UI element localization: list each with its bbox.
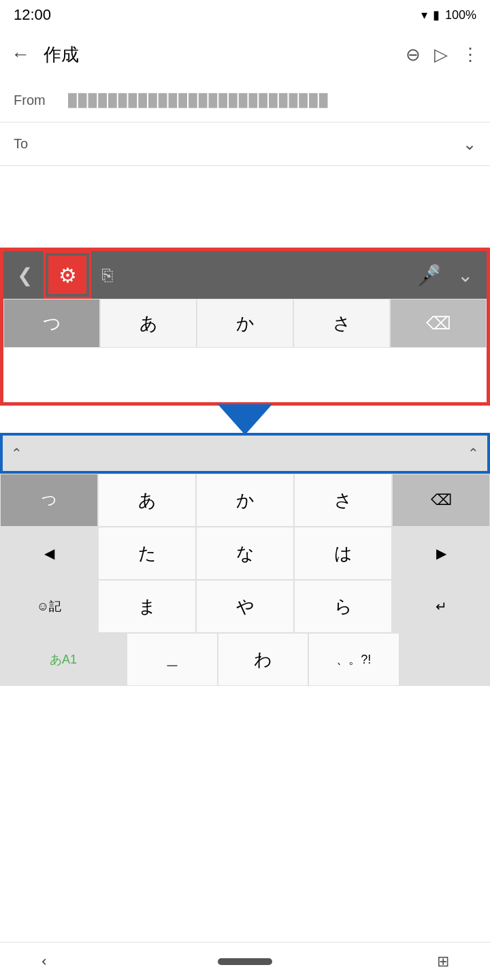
suggestion-bar: ⌃ ⌃ <box>3 436 487 471</box>
to-row[interactable]: To ⌄ <box>0 122 490 166</box>
keyboard-toolbar: ❮ ⚙ ⎘ 🎤 ⌄ <box>3 251 487 299</box>
blue-triangle-container <box>0 406 490 433</box>
blue-triangle-pointer <box>218 404 272 435</box>
key-full-undo[interactable]: つ <box>0 474 98 527</box>
to-label: To <box>14 136 68 152</box>
nav-home-pill[interactable] <box>218 958 272 965</box>
status-time: 12:00 <box>14 6 51 24</box>
keyboard-red-highlight: ❮ ⚙ ⎘ 🎤 ⌄ つ あ か さ ⌫ <box>0 248 490 406</box>
key-full-na[interactable]: な <box>196 527 294 580</box>
key-full-sa[interactable]: さ <box>294 474 392 527</box>
status-bar: 12:00 ▾ ▮ 100% <box>0 0 490 30</box>
key-full-ka[interactable]: か <box>196 474 294 527</box>
key-full-enter[interactable]: ↵ <box>392 580 490 633</box>
keyboard-full-row-1: つ あ か さ ⌫ <box>0 474 490 527</box>
suggestion-expand-left[interactable]: ⌃ <box>11 445 22 461</box>
mic-icon[interactable]: 🎤 <box>410 258 446 293</box>
attach-icon[interactable]: ⊖ <box>406 44 421 65</box>
battery-percent: 100% <box>445 8 476 22</box>
key-a[interactable]: あ <box>100 299 197 348</box>
toolbar-chevron-left[interactable]: ❮ <box>12 259 38 292</box>
key-full-punct[interactable]: 、。?! <box>308 633 399 686</box>
key-full-mode[interactable]: あA1 <box>0 633 127 686</box>
from-row: From ██████████████████████████ <box>0 79 490 122</box>
full-keyboard: つ あ か さ ⌫ ◀ た な は ▶ ☺記 ま や ら ↵ あA1 ＿ わ 、… <box>0 474 490 686</box>
key-full-emoji[interactable]: ☺記 <box>0 580 98 633</box>
key-full-empty <box>399 633 490 686</box>
red-box-empty-area <box>3 348 487 402</box>
key-ka[interactable]: か <box>197 299 293 348</box>
back-button[interactable]: ← <box>11 44 30 65</box>
key-full-ya[interactable]: や <box>196 580 294 633</box>
toolbar-chevron-down[interactable]: ⌄ <box>452 259 478 292</box>
key-full-wa[interactable]: わ <box>218 633 308 686</box>
clipboard-icon[interactable]: ⎘ <box>97 259 118 291</box>
bottom-nav: ⌄ ⊞ <box>0 942 490 980</box>
keyboard-full-row-2: ◀ た な は ▶ <box>0 527 490 580</box>
key-full-space[interactable]: ＿ <box>127 633 217 686</box>
wifi-icon: ▾ <box>421 7 427 22</box>
page-title: 作成 <box>44 43 406 67</box>
from-value: ██████████████████████████ <box>68 93 476 108</box>
nav-grid-icon[interactable]: ⊞ <box>437 953 449 970</box>
key-sa[interactable]: さ <box>293 299 390 348</box>
key-full-ra[interactable]: ら <box>294 580 392 633</box>
app-bar: ← 作成 ⊖ ▷ ⋮ <box>0 30 490 79</box>
keyboard-row-1: つ あ か さ ⌫ <box>3 299 487 348</box>
gear-icon[interactable]: ⚙ <box>48 256 86 294</box>
key-full-ha[interactable]: は <box>294 527 392 580</box>
send-icon[interactable]: ▷ <box>434 44 448 65</box>
key-full-a[interactable]: あ <box>98 474 196 527</box>
keyboard-full-row-3: ☺記 ま や ら ↵ <box>0 580 490 633</box>
key-undo[interactable]: つ <box>3 299 100 348</box>
key-full-ma[interactable]: ま <box>98 580 196 633</box>
from-label: From <box>14 93 68 108</box>
more-icon[interactable]: ⋮ <box>461 44 479 65</box>
key-full-left[interactable]: ◀ <box>0 527 98 580</box>
suggestion-expand-right[interactable]: ⌃ <box>468 445 479 461</box>
battery-icon: ▮ <box>433 7 440 22</box>
status-icons: ▾ ▮ 100% <box>421 7 476 22</box>
settings-gear-box[interactable]: ⚙ <box>44 251 91 299</box>
email-body[interactable] <box>0 166 490 248</box>
keyboard-blue-highlight: ⌃ ⌃ <box>0 433 490 474</box>
to-expand-icon[interactable]: ⌄ <box>463 135 476 154</box>
keyboard-full-row-4: あA1 ＿ わ 、。?! <box>0 633 490 686</box>
key-backspace[interactable]: ⌫ <box>390 299 487 348</box>
nav-back-icon[interactable]: ⌄ <box>38 956 56 968</box>
key-full-ta[interactable]: た <box>98 527 196 580</box>
email-form: From ██████████████████████████ To ⌄ <box>0 79 490 248</box>
key-full-backspace[interactable]: ⌫ <box>392 474 490 527</box>
app-bar-actions: ⊖ ▷ ⋮ <box>406 44 479 65</box>
key-full-right[interactable]: ▶ <box>392 527 490 580</box>
